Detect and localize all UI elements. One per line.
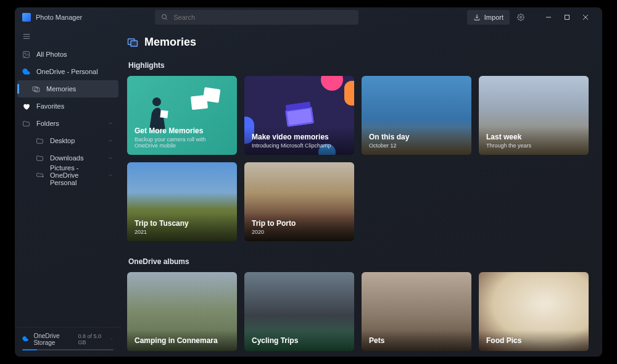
import-icon [473, 14, 481, 21]
section-title-highlights: Highlights [128, 61, 589, 70]
gear-icon [517, 14, 524, 21]
card-title: Cycling Trips [252, 336, 347, 345]
sidebar: All Photos OneDrive - Personal Memories … [15, 27, 121, 357]
app-title: Photo Manager [36, 14, 82, 21]
card-title: Camping in Connemara [135, 336, 230, 345]
sidebar-label: OneDrive - Personal [36, 68, 98, 75]
close-button[interactable] [576, 10, 595, 25]
maximize-button[interactable] [558, 10, 576, 25]
card-title: Pets [369, 336, 464, 345]
chevron-up-icon [107, 120, 114, 126]
photos-icon [22, 51, 30, 59]
card-title: Get More Memories [135, 126, 230, 135]
titlebar: Photo Manager Import [15, 7, 602, 27]
close-icon [582, 14, 589, 20]
minimize-button[interactable] [539, 10, 558, 25]
clipchamp-icon [284, 101, 315, 127]
hamburger-button[interactable] [15, 27, 121, 46]
folder-icon [22, 120, 30, 128]
chevron-down-icon [109, 336, 114, 342]
storage-progress-fill [22, 349, 37, 351]
svg-point-11 [25, 52, 26, 54]
sidebar-item-favorites[interactable]: Favorites [15, 97, 121, 115]
card-camping-in-connemara[interactable]: Camping in Connemara [127, 272, 237, 351]
folder-icon [36, 154, 44, 162]
card-get-more-memories[interactable]: Get More MemoriesBackup your camera roll… [127, 76, 237, 155]
sidebar-item-all-photos[interactable]: All Photos [15, 46, 121, 63]
chevron-down-icon [107, 155, 114, 161]
storage-value: 0.8 of 5.0 GB [78, 333, 104, 345]
page-header: Memories [127, 36, 589, 49]
search-box[interactable] [155, 10, 358, 25]
svg-rect-4 [565, 15, 569, 20]
card-title: Last week [486, 133, 581, 141]
storage-progress [22, 349, 114, 351]
sidebar-item-folders[interactable]: Folders [15, 115, 121, 132]
sidebar-item-pictures[interactable]: Pictures - OneDrive Personal [15, 167, 121, 184]
card-subtitle: Introducing Microsoft Clipchamp [252, 143, 347, 149]
card-title: Trip to Tuscany [135, 219, 230, 228]
card-subtitle: Through the years [486, 143, 581, 149]
card-cycling-trips[interactable]: Cycling Trips [244, 272, 354, 351]
storage-label: OneDrive Storage [33, 333, 73, 346]
app-icon [22, 13, 31, 22]
search-icon [161, 14, 168, 21]
card-title: Make video memories [252, 133, 347, 141]
sidebar-item-memories[interactable]: Memories [17, 80, 118, 97]
hamburger-icon [22, 32, 31, 41]
card-title: Trip to Porto [252, 219, 347, 228]
svg-point-0 [162, 15, 167, 19]
main-content: Memories Highlights Get More MemoriesBac… [121, 27, 602, 357]
page-title: Memories [144, 36, 196, 49]
svg-rect-15 [131, 41, 138, 46]
sidebar-label: Pictures - OneDrive Personal [50, 164, 101, 186]
card-title: Food Pics [486, 336, 581, 345]
card-pets[interactable]: Pets [362, 272, 471, 351]
svg-rect-17 [160, 110, 168, 118]
card-trip-to-tuscany[interactable]: Trip to Tuscany2021 [127, 162, 237, 241]
app-window: Photo Manager Import [15, 7, 602, 357]
card-subtitle: 2020 [252, 229, 347, 235]
sidebar-label: Downloads [50, 154, 83, 162]
search-input[interactable] [173, 14, 352, 21]
folder-icon [36, 137, 44, 145]
sidebar-label: Memories [46, 85, 76, 93]
import-button[interactable]: Import [467, 10, 510, 25]
card-on-this-day[interactable]: On this dayOctober 12 [362, 76, 471, 155]
settings-button[interactable] [512, 10, 529, 25]
storage-panel[interactable]: OneDrive Storage 0.8 of 5.0 GB [15, 327, 121, 357]
card-subtitle: 2021 [135, 229, 230, 235]
heart-icon [22, 102, 30, 110]
card-make-video-memories[interactable]: Make video memoriesIntroducing Microsoft… [244, 76, 354, 155]
sidebar-label: Desktop [50, 137, 75, 144]
card-food-pics[interactable]: Food Pics [479, 272, 589, 351]
card-trip-to-porto[interactable]: Trip to Porto2020 [244, 162, 354, 241]
svg-rect-13 [35, 88, 39, 92]
cloud-icon [22, 335, 28, 343]
svg-point-2 [520, 17, 522, 19]
sidebar-item-onedrive[interactable]: OneDrive - Personal [15, 63, 121, 80]
card-last-week[interactable]: Last weekThrough the years [479, 76, 589, 155]
maximize-icon [564, 14, 570, 20]
chevron-down-icon [107, 172, 114, 178]
sidebar-label: Folders [36, 120, 59, 127]
svg-point-16 [152, 97, 161, 106]
sidebar-label: Favorites [36, 102, 64, 110]
section-title-albums: OneDrive albums [128, 257, 589, 266]
memories-icon [32, 85, 40, 93]
sidebar-label: All Photos [36, 51, 67, 58]
card-subtitle: October 12 [369, 143, 464, 149]
sidebar-item-desktop[interactable]: Desktop [15, 132, 121, 149]
folder-icon [36, 172, 44, 180]
card-subtitle: Backup your camera roll with OneDrive mo… [135, 136, 230, 149]
chevron-down-icon [107, 138, 114, 144]
highlights-grid: Get More MemoriesBackup your camera roll… [127, 76, 589, 241]
import-label: Import [484, 14, 503, 21]
cloud-icon [22, 68, 30, 76]
albums-grid: Camping in Connemara Cycling Trips Pets … [127, 272, 589, 351]
svg-line-1 [166, 19, 168, 20]
minimize-icon [545, 14, 552, 20]
card-title: On this day [369, 133, 464, 141]
memories-icon [127, 37, 138, 48]
svg-rect-12 [33, 86, 38, 91]
